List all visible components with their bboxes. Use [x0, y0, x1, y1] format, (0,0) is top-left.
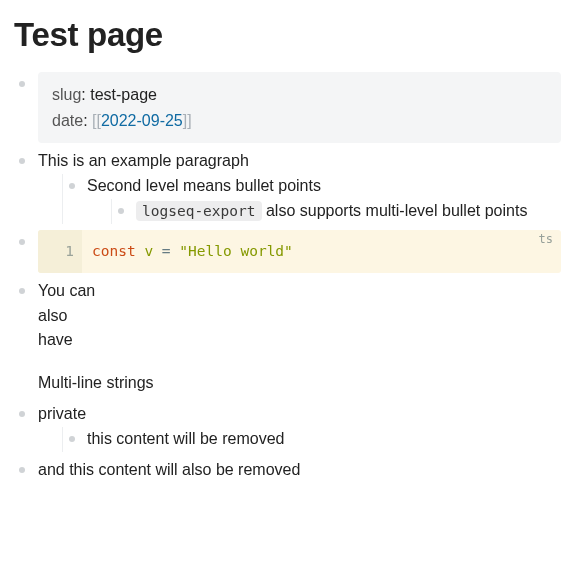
- block-text: private: [38, 402, 561, 427]
- code-gutter: 1: [38, 230, 82, 273]
- code-block: ts 1 const v = "Hello world": [38, 230, 561, 273]
- code-token-string: "Hello world": [179, 243, 293, 259]
- block-text: this content will be removed: [87, 427, 561, 452]
- block-text: and this content will also be removed: [38, 458, 561, 483]
- block-code[interactable]: ts 1 const v = "Hello world": [14, 230, 561, 273]
- block-paragraph[interactable]: This is an example paragraph Second leve…: [14, 149, 561, 223]
- prop-slug: slug: test-page: [52, 82, 547, 108]
- block-last[interactable]: and this content will also be removed: [14, 458, 561, 483]
- page-title: Test page: [14, 16, 561, 54]
- prop-date: date: [[2022-09-25]]: [52, 108, 547, 134]
- block-text: This is an example paragraph: [38, 149, 561, 174]
- block-level3[interactable]: logseq-export also supports multi-level …: [112, 199, 561, 224]
- block-text: Second level means bullet points: [87, 174, 561, 199]
- block-private-child[interactable]: this content will be removed: [63, 427, 561, 452]
- block-text: logseq-export also supports multi-level …: [136, 199, 561, 224]
- prop-key-date: date: [52, 112, 83, 129]
- block-private[interactable]: private this content will be removed: [14, 402, 561, 452]
- code-token-var: v: [144, 243, 153, 259]
- block-text: You can also have: [38, 279, 561, 353]
- block-text-tail: Multi-line strings: [38, 371, 561, 396]
- code-token-op: =: [162, 243, 171, 259]
- code-content: const v = "Hello world": [92, 240, 293, 263]
- code-token-keyword: const: [92, 243, 136, 259]
- code-lang-label: ts: [539, 232, 553, 246]
- block-multiline[interactable]: You can also have Multi-line strings: [14, 279, 561, 396]
- block-level2[interactable]: Second level means bullet points logseq-…: [63, 174, 561, 224]
- properties-block: slug: test-page date: [[2022-09-25]]: [14, 72, 561, 143]
- inline-code: logseq-export: [136, 201, 262, 221]
- date-link[interactable]: 2022-09-25: [101, 112, 183, 129]
- prop-value-slug: test-page: [90, 86, 157, 103]
- properties-box: slug: test-page date: [[2022-09-25]]: [38, 72, 561, 143]
- prop-key-slug: slug: [52, 86, 81, 103]
